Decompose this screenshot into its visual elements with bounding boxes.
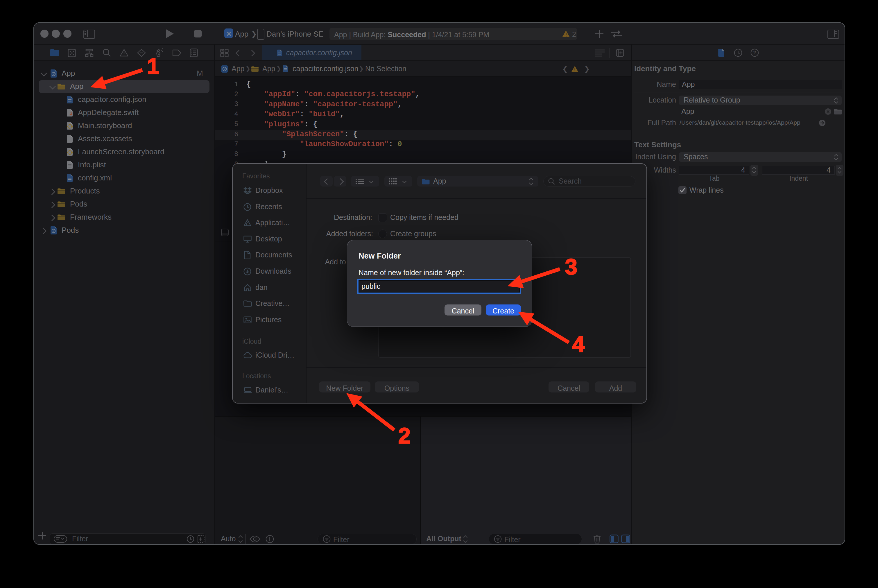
svg-text:3: 3 [565,254,577,279]
svg-text:2: 2 [398,423,411,448]
svg-text:4: 4 [572,332,585,357]
svg-text:1: 1 [147,54,159,78]
